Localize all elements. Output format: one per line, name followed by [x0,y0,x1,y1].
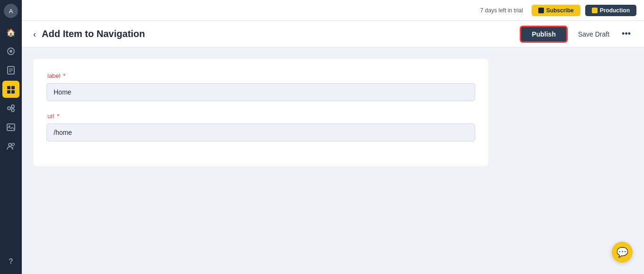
sidebar-item-home[interactable]: 🏠 [2,24,19,41]
url-form-group: url * [46,113,475,142]
publish-button[interactable]: Publish [520,26,568,43]
more-options-button[interactable]: ••• [620,29,633,39]
back-button[interactable]: ‹ [33,30,36,38]
subscribe-button[interactable]: Subscribe [532,5,580,16]
sidebar-item-nav[interactable] [2,81,19,98]
page-title: Add Item to Navigation [42,28,145,39]
page-header-left: ‹ Add Item to Navigation [33,28,145,39]
sidebar-item-pages[interactable] [2,62,19,79]
svg-rect-8 [7,90,10,94]
topbar: 7 days left in trial Subscribe Productio… [22,0,644,21]
chat-icon: 💬 [616,246,628,258]
avatar[interactable]: A [4,4,18,18]
svg-point-10 [8,107,10,110]
svg-point-12 [11,109,14,112]
svg-rect-19 [538,8,544,13]
label-form-group: label * [46,72,475,101]
svg-line-13 [10,107,11,108]
main-area: 7 days left in trial Subscribe Productio… [22,0,644,274]
label-input[interactable] [46,83,475,101]
svg-rect-9 [11,90,15,94]
sidebar-item-blog[interactable] [2,43,19,60]
page-header-right: Publish Save Draft ••• [520,26,633,43]
svg-rect-20 [592,8,598,13]
svg-line-14 [10,108,11,110]
svg-point-18 [12,143,15,146]
svg-point-1 [9,50,12,53]
help-chat-button[interactable]: 💬 [612,242,633,263]
sidebar-item-integrations[interactable] [2,100,19,117]
label-field-label: label * [46,72,475,79]
production-icon [592,8,598,13]
trial-text: 7 days left in trial [480,7,523,14]
svg-point-11 [11,105,14,108]
svg-rect-6 [7,86,10,89]
url-field-label: url * [46,113,475,120]
sidebar-item-help[interactable]: ? [2,253,19,270]
sidebar-item-media[interactable] [2,119,19,136]
svg-rect-7 [11,86,15,89]
subscribe-icon [538,8,544,13]
sidebar: A 🏠 [0,0,22,274]
form-area: label * url * [22,47,644,274]
sidebar-item-users[interactable] [2,138,19,155]
svg-point-17 [9,143,11,146]
save-draft-button[interactable]: Save Draft [572,27,615,41]
form-card: label * url * [33,59,488,166]
content-area: ‹ Add Item to Navigation Publish Save Dr… [22,21,644,274]
url-input[interactable] [46,123,475,142]
production-button[interactable]: Production [585,5,636,16]
page-header: ‹ Add Item to Navigation Publish Save Dr… [22,21,644,47]
